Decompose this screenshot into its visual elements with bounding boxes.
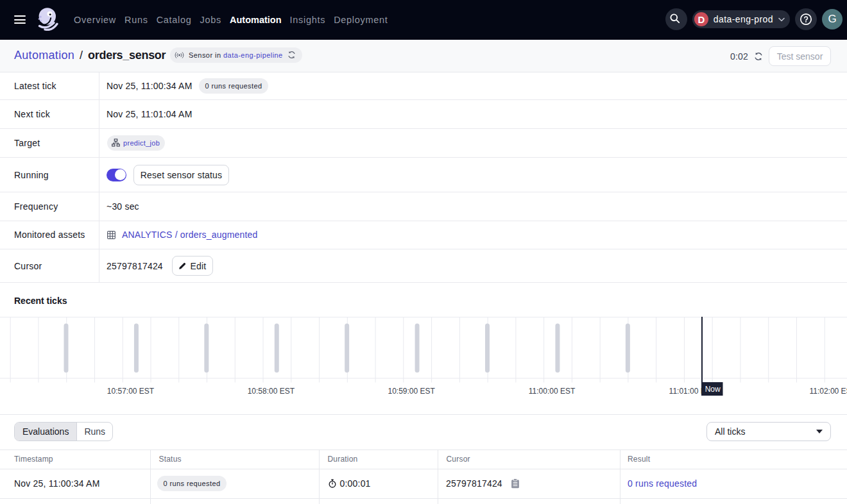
svg-text:10:57:00 EST: 10:57:00 EST bbox=[107, 387, 155, 396]
svg-text:Now: Now bbox=[705, 385, 721, 394]
svg-text:10:59:00 EST: 10:59:00 EST bbox=[388, 387, 435, 396]
svg-text:10:58:00 EST: 10:58:00 EST bbox=[248, 387, 295, 396]
svg-text:11:02:00 EST: 11:02:00 EST bbox=[809, 387, 847, 396]
svg-text:11:00:00 EST: 11:00:00 EST bbox=[529, 387, 576, 396]
